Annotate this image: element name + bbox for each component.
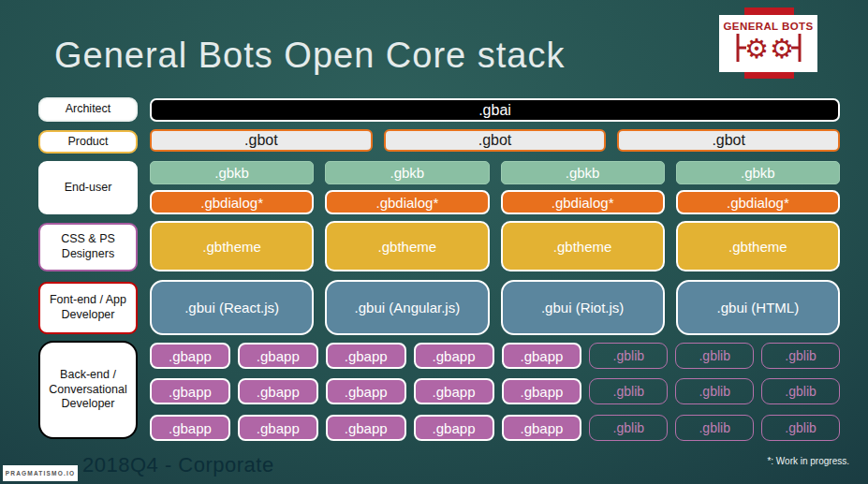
- gbapp-block: .gbapp: [238, 343, 318, 369]
- row-gbapp-gblib-3: .gbapp .gbapp .gbapp .gbapp .gbapp .gbli…: [150, 415, 840, 441]
- gbtheme-block: .gbtheme: [676, 221, 840, 271]
- gbui-riot-block: .gbui (Riot.js): [501, 280, 665, 335]
- gblib-block: .gblib: [761, 343, 840, 369]
- row-gbtheme: .gbtheme .gbtheme .gbtheme .gbtheme: [150, 221, 840, 271]
- gblib-block: .gblib: [761, 415, 840, 441]
- gbapp-block: .gbapp: [150, 378, 230, 404]
- gbot-block: .gbot: [384, 129, 607, 152]
- svg-text:⚙: ⚙: [770, 33, 794, 64]
- gbkb-block: .gbkb: [501, 161, 665, 184]
- gbapp-block: .gbapp: [238, 378, 318, 404]
- work-in-progress-footnote: *: Work in progress.: [767, 456, 849, 466]
- role-label-product: Product: [38, 130, 138, 154]
- gbapp-block: .gbapp: [502, 378, 582, 404]
- role-label-end-user: End-user: [38, 161, 138, 214]
- row-gbkb: .gbkb .gbkb .gbkb .gbkb: [150, 161, 840, 184]
- row-gbai: .gbai: [150, 98, 840, 122]
- gblib-block: .gblib: [589, 343, 668, 369]
- page-title: General Bots Open Core stack: [54, 36, 565, 76]
- gbapp-block: .gbapp: [414, 343, 494, 369]
- gears-icon: ⚙ ⚙: [731, 32, 806, 67]
- row-gbui: .gbui (React.js) .gbui (Angular.js) .gbu…: [150, 280, 840, 335]
- row-gbapp-gblib-1: .gbapp .gbapp .gbapp .gbapp .gbapp .gbli…: [150, 343, 840, 369]
- gbapp-block: .gbapp: [326, 415, 406, 441]
- gbapp-block: .gbapp: [150, 343, 230, 369]
- role-label-text: End-user: [65, 181, 112, 196]
- gbtheme-block: .gbtheme: [325, 221, 489, 271]
- role-label-text: CSS & PS Designers: [44, 232, 132, 261]
- gblib-block: .gblib: [675, 343, 754, 369]
- gbtheme-block: .gbtheme: [501, 221, 665, 271]
- gblib-block: .gblib: [589, 378, 668, 404]
- gbapp-block: .gbapp: [414, 415, 494, 441]
- edition-label: 2018Q4 - Corporate: [82, 453, 274, 477]
- gbapp-block: .gbapp: [238, 415, 318, 441]
- gbapp-block: .gbapp: [414, 378, 494, 404]
- row-gbdialog: .gbdialog* .gbdialog* .gbdialog* .gbdial…: [150, 190, 840, 214]
- gbot-block: .gbot: [150, 129, 373, 152]
- role-label-frontend-app-developer: Font-end / App Developer: [38, 282, 138, 334]
- gbdialog-block: .gbdialog*: [325, 190, 489, 214]
- gbtheme-block: .gbtheme: [150, 221, 314, 271]
- role-label-backend-conversational-developer: Back-end / Conversational Developer: [38, 341, 138, 439]
- gbkb-block: .gbkb: [325, 161, 489, 184]
- gbdialog-block: .gbdialog*: [676, 190, 840, 214]
- role-label-architect: Architect: [38, 97, 138, 122]
- general-bots-logo: GENERAL BOTS ⚙ ⚙: [719, 15, 817, 72]
- gblib-block: .gblib: [761, 378, 840, 404]
- role-label-text: Font-end / App Developer: [44, 293, 132, 322]
- gbapp-block: .gbapp: [150, 415, 230, 441]
- gbapp-block: .gbapp: [502, 343, 582, 369]
- logo-brand-text: GENERAL BOTS: [724, 21, 814, 32]
- role-label-css-ps-designers: CSS & PS Designers: [38, 223, 138, 271]
- row-gbapp-gblib-2: .gbapp .gbapp .gbapp .gbapp .gbapp .gbli…: [150, 378, 840, 404]
- gbdialog-block: .gbdialog*: [501, 190, 665, 214]
- role-label-text: Product: [67, 135, 108, 150]
- gbui-react-block: .gbui (React.js): [150, 280, 314, 335]
- gblib-block: .gblib: [675, 378, 754, 404]
- gbkb-block: .gbkb: [676, 161, 840, 184]
- gbapp-block: .gbapp: [502, 415, 582, 441]
- role-label-text: Back-end / Conversational Developer: [44, 368, 132, 412]
- gbapp-block: .gbapp: [326, 343, 406, 369]
- gbapp-block: .gbapp: [326, 378, 406, 404]
- gbot-block: .gbot: [617, 129, 840, 152]
- role-label-text: Architect: [66, 102, 111, 117]
- svg-text:⚙: ⚙: [744, 33, 769, 64]
- slide-canvas: General Bots Open Core stack GENERAL BOT…: [0, 0, 868, 484]
- gbkb-block: .gbkb: [150, 161, 314, 184]
- gbui-angular-block: .gbui (Angular.js): [325, 280, 489, 335]
- row-gbot: .gbot .gbot .gbot: [150, 129, 840, 152]
- gbui-html-block: .gbui (HTML): [676, 280, 840, 335]
- gblib-block: .gblib: [589, 415, 668, 441]
- gblib-block: .gblib: [675, 415, 754, 441]
- gbai-block: .gbai: [150, 98, 840, 122]
- gbdialog-block: .gbdialog*: [150, 190, 314, 214]
- pragmatismo-watermark: PRAGMATISMO.IO: [3, 465, 78, 481]
